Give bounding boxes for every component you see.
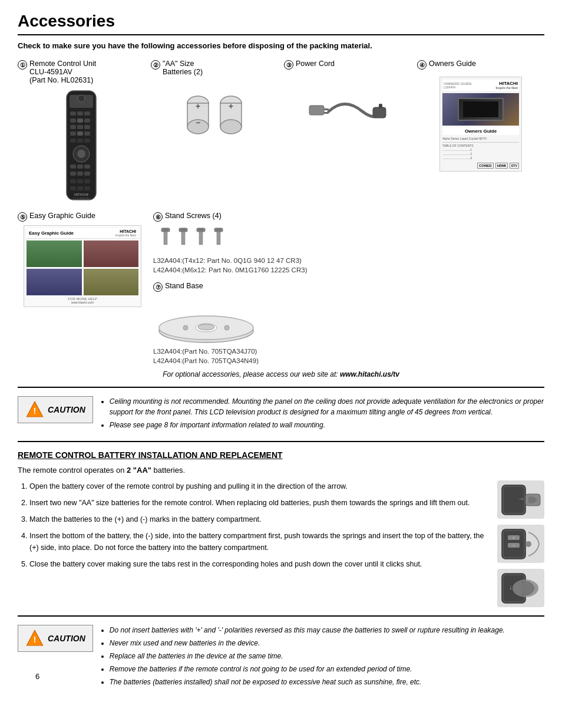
svg-text:−: −	[512, 543, 515, 548]
step-2: Insert two new "AA" size batteries for t…	[29, 497, 491, 509]
svg-text:+: +	[229, 101, 233, 111]
remote-svg: HITACHI CLU-4591AV	[58, 88, 105, 206]
owners-guide-image: OWNERS GUIDE L32A404 HITACHI Inspire the…	[417, 77, 544, 172]
svg-text:+: +	[512, 535, 515, 541]
svg-rect-22	[84, 164, 90, 169]
svg-rect-24	[77, 172, 83, 176]
svg-rect-28	[84, 179, 90, 183]
steps-list: Open the battery cover of the remote con…	[18, 480, 491, 607]
screws-svg	[153, 225, 236, 255]
power-cord-label: Power Cord	[296, 60, 335, 68]
circle-5: ⑤	[18, 212, 27, 222]
svg-rect-17	[84, 139, 90, 143]
svg-text:!: !	[34, 406, 37, 416]
svg-rect-6	[70, 118, 76, 123]
svg-text:+: +	[196, 101, 200, 111]
svg-rect-11	[84, 125, 90, 129]
step-4: Insert the bottom of the battery, the (-…	[29, 530, 491, 554]
svg-rect-43	[309, 106, 324, 115]
caution2-bullet4: Remove the batteries if the remote contr…	[110, 664, 505, 674]
caution2-bullet5: The batteries (batteries installed) shal…	[110, 677, 505, 687]
svg-rect-44	[324, 108, 329, 110]
battery-hand-img-1: →	[497, 480, 544, 519]
step-5: Close the battery cover making sure the …	[29, 558, 491, 570]
svg-rect-26	[70, 179, 76, 183]
stand-base-note2: L42A404:(Part No. 705TQA34N49)	[153, 357, 259, 364]
svg-text:→: →	[518, 495, 525, 503]
svg-rect-30	[77, 186, 83, 190]
svg-point-65	[224, 325, 229, 330]
remote-image: HITACHI CLU-4591AV	[18, 88, 145, 206]
svg-rect-13	[77, 131, 83, 136]
stand-screws-label: Stand Screws (4)	[165, 212, 222, 220]
svg-rect-15	[70, 139, 76, 143]
caution-label-1: CAUTION	[48, 405, 85, 414]
caution2-bullet2: Never mix used and new batteries in the …	[110, 638, 505, 648]
circle-1: ①	[18, 60, 27, 70]
svg-rect-16	[77, 139, 83, 143]
svg-rect-52	[181, 232, 185, 245]
caution-icon-1: !	[25, 400, 44, 419]
svg-rect-20	[70, 164, 76, 169]
svg-rect-9	[70, 125, 76, 129]
caution-text-2: Do not insert batteries with '+' and '-'…	[100, 625, 505, 690]
caution-badge-2: ! CAUTION	[18, 625, 93, 652]
svg-rect-31	[84, 186, 90, 190]
step-1: Open the battery cover of the remote con…	[29, 480, 491, 492]
page-number: 6	[35, 672, 39, 681]
batteries-svg: + − +	[173, 91, 256, 139]
remote-label: Remote Control UnitCLU-4591AV(Part No. H…	[29, 60, 96, 84]
accessory-remote: ① Remote Control UnitCLU-4591AV(Part No.…	[18, 60, 145, 206]
screws-note2: L42A404:(M6x12: Part No. 0M1G1760 12225 …	[153, 266, 307, 274]
power-cord-image	[284, 85, 411, 138]
caution-icon-2: !	[25, 629, 44, 648]
svg-rect-27	[77, 179, 83, 183]
battery-section-title: REMOTE CONTROL BATTERY INSTALLATION AND …	[18, 450, 544, 460]
caution2-bullet3: Replace all the batteries in the device …	[110, 651, 505, 661]
website-url: www.hitachi.us/tv	[340, 370, 399, 378]
accessory-batteries: ② "AA" SizeBatteries (2) + − +	[151, 60, 278, 206]
accessories-grid: ① Remote Control UnitCLU-4591AV(Part No.…	[18, 60, 544, 206]
caution2-bullet1: Do not insert batteries with '+' and '-'…	[110, 625, 505, 635]
batteries-image: + − +	[151, 91, 278, 139]
svg-rect-23	[70, 172, 76, 176]
svg-text:HITACHI: HITACHI	[74, 193, 88, 196]
svg-point-64	[183, 325, 188, 330]
svg-rect-29	[70, 186, 76, 190]
power-cord-svg	[303, 85, 392, 138]
battery-hand-img-2: + −	[497, 525, 544, 563]
easy-guide-image: Easy Graphic Guide HITACHI Inspire the N…	[18, 225, 147, 307]
svg-point-78	[525, 541, 531, 547]
accessory-owners-guide: ④ Owners Guide OWNERS GUIDE L32A404 HITA…	[417, 60, 544, 206]
stand-screws-image	[153, 225, 544, 255]
battery-hand-img-3: ↓	[497, 569, 544, 607]
divider-1	[18, 387, 544, 388]
screws-note1: L32A404:(T4x12: Part No. 0Q1G 940 12 47 …	[153, 257, 302, 264]
caution-section-1: ! CAUTION Ceiling mounting is not recomm…	[18, 396, 544, 433]
circle-7: ⑦	[153, 282, 163, 292]
accessory-easy-guide: ⑤ Easy Graphic Guide Easy Graphic Guide …	[18, 212, 147, 364]
svg-point-63	[198, 324, 214, 330]
svg-rect-46	[373, 107, 386, 118]
svg-rect-3	[70, 111, 76, 116]
easy-guide-label: Easy Graphic Guide	[29, 212, 95, 220]
battery-intro: The remote control operates on 2 "AA" ba…	[18, 466, 544, 475]
stand-base-image	[153, 295, 544, 345]
divider-3	[18, 615, 544, 617]
caution1-bullet2: Please see page 8 for important informat…	[110, 420, 544, 430]
optional-text: For optional accessories, please access …	[18, 370, 544, 378]
caution-label-2: CAUTION	[48, 634, 85, 643]
stand-base-svg	[153, 295, 259, 345]
svg-rect-55	[199, 232, 203, 245]
svg-rect-5	[84, 111, 90, 116]
svg-rect-58	[217, 232, 220, 245]
svg-text:!: !	[34, 635, 37, 644]
svg-rect-47	[379, 104, 382, 108]
circle-3: ③	[284, 60, 293, 70]
caution-badge-1: ! CAUTION	[18, 396, 93, 423]
circle-4: ④	[417, 60, 427, 70]
svg-text:CLU-4591AV: CLU-4591AV	[72, 197, 90, 200]
svg-text:↓: ↓	[509, 584, 512, 591]
caution1-bullet1: Ceiling mounting is not recommended. Mou…	[110, 396, 544, 417]
divider-2	[18, 441, 544, 442]
